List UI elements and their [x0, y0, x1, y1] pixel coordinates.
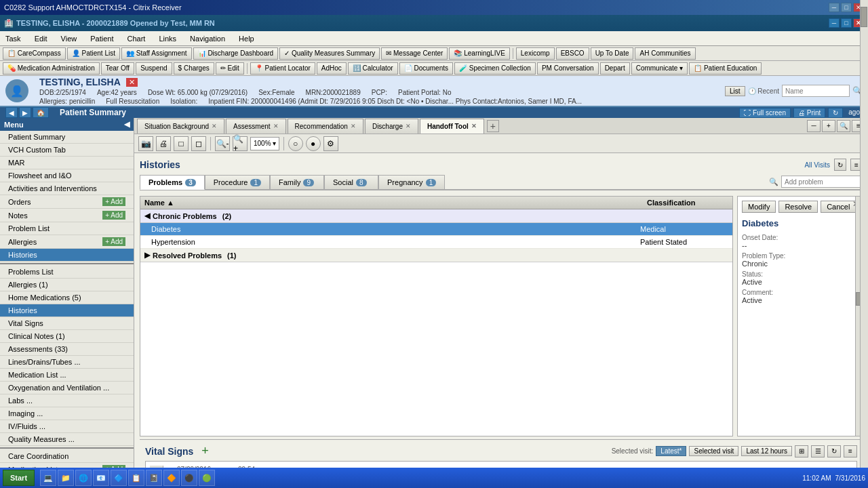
- sidebar-nav-vital-signs[interactable]: Vital Signs: [0, 317, 134, 330]
- sidebar-nav-clinical-notes[interactable]: Clinical Notes (1): [0, 330, 134, 343]
- vs-grid-icon-btn[interactable]: ⊞: [795, 445, 808, 458]
- sidebar-nav-labs[interactable]: Labs ...: [0, 394, 134, 407]
- vs-menu-btn[interactable]: ≡: [844, 445, 857, 458]
- tb-depart[interactable]: Depart: [600, 62, 630, 75]
- print-button[interactable]: 🖨 Print: [793, 108, 825, 118]
- tb-patient-ed[interactable]: 📋 Patient Education: [689, 62, 762, 75]
- col-header-name[interactable]: Name ▲: [144, 199, 647, 207]
- tb-calculator[interactable]: 🔢 Calculator: [348, 62, 398, 75]
- sidebar-item-histories[interactable]: Histories: [0, 249, 134, 262]
- nav-forward-button[interactable]: ▶: [19, 107, 31, 118]
- tb-up-to-date[interactable]: Up To Date: [591, 47, 634, 60]
- shapes-icon-btn[interactable]: ◻: [191, 136, 206, 151]
- taskbar-icon-6[interactable]: 📋: [128, 470, 144, 486]
- menu-links[interactable]: Links: [156, 33, 179, 44]
- problem-row-hypertension[interactable]: Hypertension Patient Stated: [140, 236, 732, 249]
- sidebar-item-allergies[interactable]: Allergies + Add: [0, 235, 134, 249]
- problem-row-diabetes[interactable]: Diabetes Medical: [140, 223, 732, 236]
- latest-btn[interactable]: Latest*: [656, 446, 686, 456]
- tb-adhoc[interactable]: AdHoc: [317, 62, 347, 75]
- start-button[interactable]: Start: [3, 470, 35, 486]
- add-tab-button[interactable]: +: [487, 120, 499, 132]
- sidebar-nav-oxygenation[interactable]: Oxygenation and Ventilation ...: [0, 382, 134, 394]
- sidebar-item-orders[interactable]: Orders + Add: [0, 195, 134, 209]
- tab-close-situation[interactable]: ✕: [212, 123, 217, 129]
- full-screen-button[interactable]: ⛶ Full screen: [739, 108, 791, 118]
- vs-add-icon[interactable]: +: [201, 444, 209, 458]
- sidebar-nav-iv-fluids[interactable]: IV/Fluids ...: [0, 420, 134, 433]
- tb-patient-list[interactable]: 👤 Patient List: [67, 47, 120, 60]
- menu-navigation[interactable]: Navigation: [187, 33, 228, 44]
- tb-communicate[interactable]: Communicate ▾: [631, 62, 688, 75]
- zoom-in-icon-btn[interactable]: 🔍+: [233, 136, 248, 151]
- resolved-problems-group[interactable]: ▶ Resolved Problems (1): [140, 249, 732, 262]
- history-tab-problems[interactable]: Problems 3: [140, 175, 205, 190]
- tb-med-admin[interactable]: 💊 Medication Administration: [3, 62, 100, 75]
- history-tab-family[interactable]: Family 9: [270, 175, 324, 190]
- restore-button[interactable]: □: [841, 3, 852, 12]
- tb-discharge-dashboard[interactable]: 📊 Discharge Dashboard: [193, 47, 279, 60]
- taskbar-icon-5[interactable]: 🔷: [111, 470, 127, 486]
- tab-ctrl-search[interactable]: 🔍: [837, 120, 850, 132]
- taskbar-icon-8[interactable]: 🔶: [163, 470, 180, 486]
- refresh-button[interactable]: ↻: [828, 108, 843, 118]
- tb-learning-live[interactable]: 📚 LearningLIVE: [449, 47, 509, 60]
- taskbar-icon-4[interactable]: 📧: [93, 470, 109, 486]
- sidebar-nav-problems-list[interactable]: Problems List: [0, 266, 134, 279]
- sidebar-nav-allergies[interactable]: Allergies (1): [0, 279, 134, 291]
- allergies-add-button[interactable]: + Add: [102, 237, 125, 246]
- tb-suspend[interactable]: Suspend: [136, 62, 172, 75]
- menu-edit[interactable]: Edit: [32, 33, 50, 44]
- taskbar-icon-9[interactable]: ⚫: [181, 470, 197, 486]
- tb-specimen[interactable]: 🧪 Specimen Collection: [454, 62, 536, 75]
- add-problem-input[interactable]: [781, 176, 863, 188]
- tab-close-discharge[interactable]: ✕: [406, 123, 411, 129]
- tab-ctrl-plus[interactable]: +: [822, 120, 835, 132]
- tb-care-compass[interactable]: 📋 CareCompass: [3, 47, 66, 60]
- tb-ah-communities[interactable]: AH Communities: [635, 47, 695, 60]
- patient-search-input[interactable]: [782, 85, 850, 97]
- app-restore-button[interactable]: □: [841, 18, 852, 28]
- app-minimize-button[interactable]: ─: [829, 18, 840, 28]
- sidebar-nav-imaging[interactable]: Imaging ...: [0, 407, 134, 420]
- square-icon-btn[interactable]: □: [174, 136, 189, 151]
- tb-lexicomp[interactable]: Lexicomp: [516, 47, 555, 60]
- tb-documents[interactable]: 📄 Documents: [399, 62, 453, 75]
- taskbar-icon-3[interactable]: 🌐: [75, 470, 92, 486]
- chronic-problems-group[interactable]: ◀ Chronic Problems (2): [140, 209, 732, 223]
- sidebar-item-patient-summary[interactable]: Patient Summary: [0, 131, 134, 144]
- tab-close-handoff-tool[interactable]: ✕: [471, 123, 477, 129]
- taskbar-icon-2[interactable]: 📁: [58, 470, 74, 486]
- sidebar-section-menu[interactable]: Menu ◀: [0, 118, 134, 131]
- camera-icon-btn[interactable]: 📷: [138, 136, 153, 151]
- sidebar-nav-assessments[interactable]: Assessments (33): [0, 343, 134, 356]
- circle-icon-btn1[interactable]: ○: [288, 136, 303, 151]
- circle-icon-btn2[interactable]: ●: [306, 136, 321, 151]
- tb-ebsco[interactable]: EBSCO: [556, 47, 589, 60]
- minimize-button[interactable]: ─: [829, 3, 840, 12]
- history-tab-procedure[interactable]: Procedure 1: [205, 175, 270, 190]
- history-tab-pregnancy[interactable]: Pregnancy 1: [378, 175, 445, 190]
- list-btn[interactable]: List: [725, 86, 745, 96]
- modify-button[interactable]: Modify: [742, 201, 776, 213]
- sidebar-item-notes[interactable]: Notes + Add: [0, 209, 134, 222]
- sidebar-item-mar[interactable]: MAR: [0, 157, 134, 169]
- selected-visit-btn[interactable]: Selected visit: [689, 446, 738, 456]
- handoff-tab-assessment[interactable]: Assessment ✕: [226, 119, 285, 134]
- orders-add-button[interactable]: + Add: [102, 197, 125, 206]
- all-visits-label[interactable]: All Visits: [804, 161, 830, 169]
- last-12h-btn[interactable]: Last 12 hours: [741, 446, 792, 456]
- print-icon-btn[interactable]: 🖨: [156, 136, 171, 151]
- zoom-out-icon-btn[interactable]: 🔍-: [215, 136, 230, 151]
- nav-back-button[interactable]: ◀: [5, 107, 18, 118]
- tb-edit2[interactable]: ✏ Edit: [216, 62, 244, 75]
- taskbar-icon-1[interactable]: 💻: [40, 470, 56, 486]
- menu-chart[interactable]: Chart: [125, 33, 149, 44]
- tb-message-center[interactable]: ✉ Message Center: [381, 47, 448, 60]
- histories-refresh-btn[interactable]: ↻: [834, 159, 846, 171]
- notes-add-button[interactable]: + Add: [102, 211, 125, 220]
- history-tab-social[interactable]: Social 8: [324, 175, 378, 190]
- cancel-button[interactable]: Cancel: [821, 201, 856, 213]
- menu-task[interactable]: Task: [3, 33, 24, 44]
- tb-staff-assignment[interactable]: 👥 Staff Assignment: [121, 47, 192, 60]
